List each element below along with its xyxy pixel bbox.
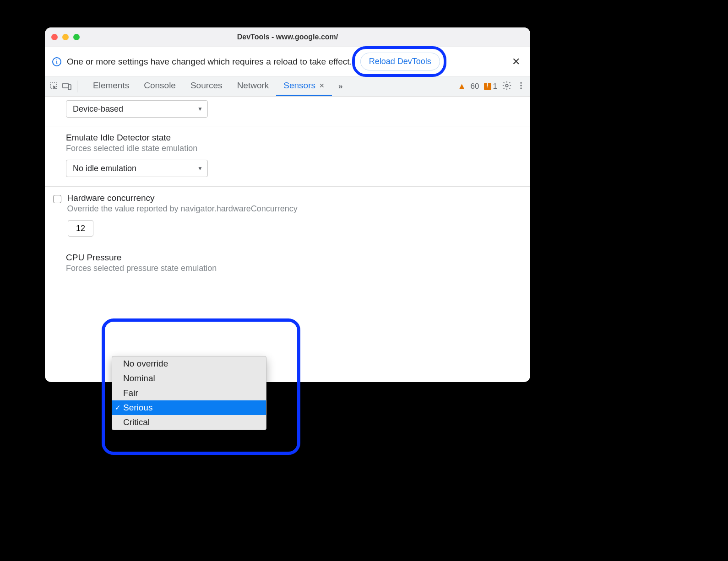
device-based-select-value: Device-based: [73, 104, 123, 114]
svg-point-3: [505, 84, 508, 87]
info-icon: i: [52, 57, 61, 66]
chevron-down-icon: ▼: [197, 106, 203, 112]
section-idle-detector: Emulate Idle Detector state Forces selec…: [45, 126, 530, 187]
close-window-button[interactable]: [51, 34, 58, 40]
sensors-panel: Device-based ▼ Emulate Idle Detector sta…: [45, 97, 530, 294]
idle-detector-select-value: No idle emulation: [73, 164, 136, 173]
issues-icon[interactable]: ! 1: [484, 82, 497, 91]
toolbar-divider: [77, 81, 77, 92]
svg-rect-1: [63, 83, 68, 88]
cpu-pressure-title: CPU Pressure: [66, 253, 521, 263]
section-hardware-concurrency: Hardware concurrency Override the value …: [45, 187, 530, 246]
svg-rect-2: [68, 85, 71, 90]
idle-detector-title: Emulate Idle Detector state: [66, 133, 521, 143]
traffic-lights: [51, 34, 80, 40]
devtools-window: DevTools - www.google.com/ i One or more…: [45, 27, 530, 382]
device-based-select[interactable]: Device-based ▼: [66, 100, 208, 118]
window-title: DevTools - www.google.com/: [45, 33, 530, 41]
cpu-pressure-option-fair[interactable]: Fair: [112, 386, 266, 400]
close-tab-icon[interactable]: ✕: [319, 82, 325, 89]
reload-notice-bar: i One or more settings have changed whic…: [45, 47, 530, 76]
minimize-window-button[interactable]: [62, 34, 69, 40]
tab-network[interactable]: Network: [230, 76, 277, 96]
idle-detector-desc: Forces selected idle state emulation: [66, 144, 521, 153]
hardware-concurrency-checkbox[interactable]: [53, 195, 61, 203]
warning-icon[interactable]: ▲: [458, 81, 466, 91]
toolbar-right: ▲ 60 ! 1: [458, 81, 526, 92]
devtools-chrome: i One or more settings have changed whic…: [45, 47, 530, 294]
idle-detector-select[interactable]: No idle emulation ▼: [66, 160, 208, 177]
check-icon: ✓: [115, 404, 121, 412]
cpu-pressure-dropdown[interactable]: No override Nominal Fair ✓Serious Critic…: [112, 356, 266, 430]
chevron-down-icon: ▼: [197, 165, 203, 172]
hardware-concurrency-desc: Override the value reported by navigator…: [67, 204, 297, 214]
warning-count: 60: [471, 82, 479, 91]
maximize-window-button[interactable]: [73, 34, 80, 40]
settings-gear-icon[interactable]: [502, 81, 512, 92]
svg-point-5: [520, 85, 522, 86]
tab-sources[interactable]: Sources: [183, 76, 230, 96]
svg-point-6: [520, 87, 522, 89]
panel-tabs: Elements Console Sources Network Sensors…: [86, 76, 332, 96]
tab-sensors[interactable]: Sensors ✕: [276, 76, 332, 96]
reload-devtools-button[interactable]: Reload DevTools: [360, 53, 440, 70]
tab-console[interactable]: Console: [136, 76, 183, 96]
cpu-pressure-option-serious[interactable]: ✓Serious: [112, 400, 266, 415]
dismiss-notice-button[interactable]: ✕: [509, 53, 523, 70]
device-toolbar-icon[interactable]: [62, 82, 71, 91]
cpu-pressure-option-nominal[interactable]: Nominal: [112, 371, 266, 386]
cpu-pressure-desc: Forces selected pressure state emulation: [66, 264, 521, 273]
svg-point-4: [520, 82, 522, 83]
more-tabs-button[interactable]: »: [338, 82, 342, 91]
tab-elements[interactable]: Elements: [86, 76, 136, 96]
window-titlebar: DevTools - www.google.com/: [45, 27, 530, 47]
hardware-concurrency-input[interactable]: 12: [68, 220, 93, 237]
reload-notice-text: One or more settings have changed which …: [67, 57, 352, 67]
section-device-select: Device-based ▼: [45, 97, 530, 126]
section-cpu-pressure: CPU Pressure Forces selected pressure st…: [45, 246, 530, 294]
cpu-pressure-option-no-override[interactable]: No override: [112, 356, 266, 371]
inspect-element-icon[interactable]: [49, 82, 59, 91]
reload-button-wrapper: Reload DevTools: [360, 53, 440, 70]
issues-count: 1: [493, 82, 497, 91]
cpu-pressure-option-critical[interactable]: Critical: [112, 415, 266, 430]
hardware-concurrency-title: Hardware concurrency: [67, 193, 297, 203]
devtools-toolbar: Elements Console Sources Network Sensors…: [45, 76, 530, 97]
more-options-icon[interactable]: [516, 81, 526, 92]
